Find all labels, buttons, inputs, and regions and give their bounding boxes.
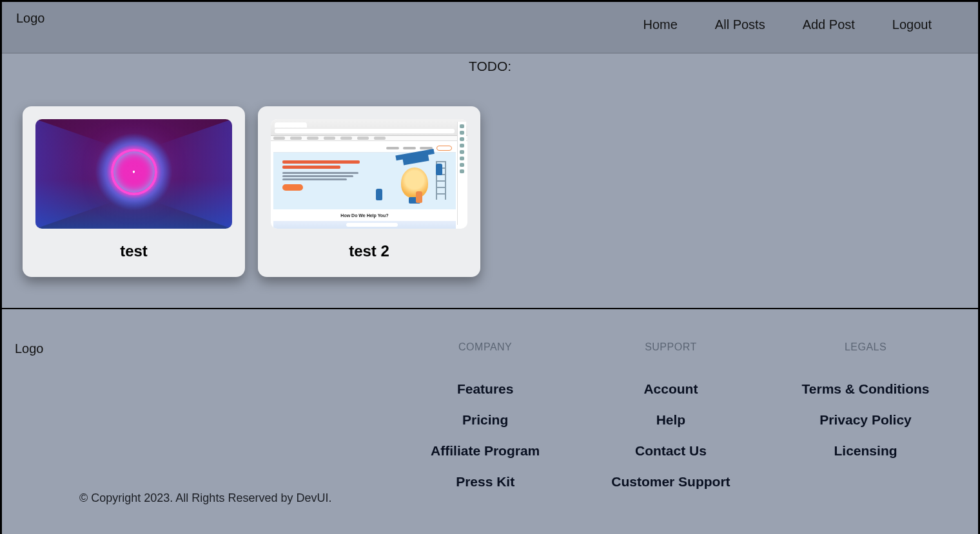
browser-page-icon [273, 144, 456, 209]
post-thumbnail: How Do We Help You? [271, 119, 467, 229]
graduation-cap-icon [402, 155, 429, 166]
nav-all-posts[interactable]: All Posts [715, 17, 765, 32]
footer-link-customer[interactable]: Customer Support [611, 474, 730, 490]
nav-home[interactable]: Home [643, 17, 677, 32]
footer-link-account[interactable]: Account [643, 381, 698, 397]
post-title: test [35, 242, 232, 260]
todo-heading: TODO: [2, 59, 978, 74]
side-rail-icon [457, 122, 466, 225]
neon-ring-icon [111, 149, 157, 195]
footer: Logo © Copyright 2023. All Rights Reserv… [2, 309, 978, 524]
person-icon [376, 189, 382, 200]
footer-column-support: SUPPORT Account Help Contact Us Customer… [611, 341, 730, 505]
browser-chrome-icon [271, 119, 467, 136]
logo[interactable]: Logo [16, 8, 45, 26]
footer-link-contact[interactable]: Contact Us [635, 443, 707, 459]
footer-link-licensing[interactable]: Licensing [834, 443, 897, 459]
cta-button-icon [282, 184, 303, 191]
footer-link-features[interactable]: Features [457, 381, 514, 397]
footer-column-company: COMPANY Features Pricing Affiliate Progr… [431, 341, 540, 505]
nav-logout[interactable]: Logout [892, 17, 932, 32]
hero-illustration-icon [361, 144, 456, 209]
post-title: test 2 [271, 242, 467, 260]
header: Logo Home All Posts Add Post Logout [2, 2, 978, 53]
main-nav: Home All Posts Add Post Logout [643, 8, 964, 32]
footer-link-help[interactable]: Help [656, 412, 686, 428]
copyright-text: © Copyright 2023. All Rights Reserved by… [15, 491, 395, 505]
footer-heading: SUPPORT [645, 341, 697, 353]
footer-link-press[interactable]: Press Kit [456, 474, 514, 490]
post-card[interactable]: test [23, 106, 245, 277]
nav-add-post[interactable]: Add Post [803, 17, 855, 32]
footer-heading: COMPANY [458, 341, 512, 353]
footer-link-terms[interactable]: Terms & Conditions [802, 381, 930, 397]
taskbar-icon [273, 221, 456, 229]
lightbulb-icon [401, 167, 428, 198]
footer-link-affiliate[interactable]: Affiliate Program [431, 443, 540, 459]
footer-logo[interactable]: Logo [15, 341, 395, 356]
person-icon [436, 164, 442, 175]
footer-heading: LEGALS [845, 341, 887, 353]
main-content: TODO: test [2, 53, 978, 534]
footer-link-pricing[interactable]: Pricing [462, 412, 508, 428]
person-icon [416, 191, 422, 203]
post-grid: test [2, 106, 978, 308]
footer-column-legals: LEGALS Terms & Conditions Privacy Policy… [802, 341, 930, 505]
hero-text-icon [273, 144, 361, 209]
post-thumbnail [35, 119, 232, 229]
post-card[interactable]: How Do We Help You? test 2 [258, 106, 480, 277]
bookmark-bar-icon [271, 136, 467, 141]
footer-link-privacy[interactable]: Privacy Policy [819, 412, 911, 428]
help-heading-icon: How Do We Help You? [273, 209, 456, 221]
